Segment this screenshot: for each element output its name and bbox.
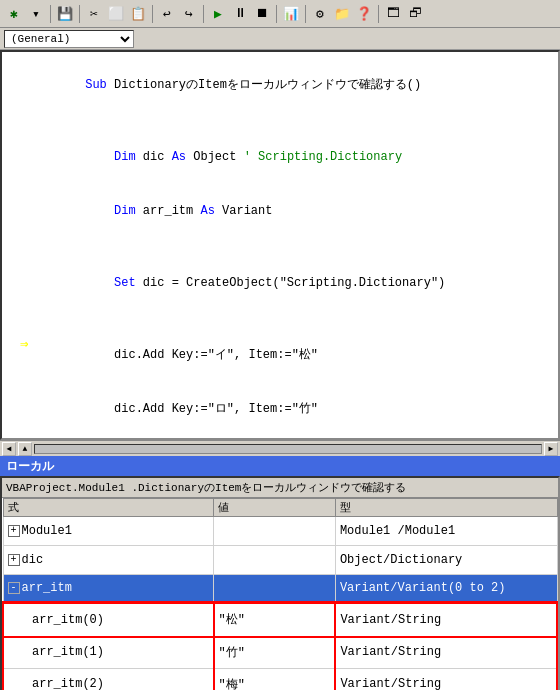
row-expression: +Module1 [3, 517, 214, 546]
scroll-right-btn[interactable]: ▶ [544, 442, 558, 456]
row-expression: -arr_itm [3, 574, 214, 603]
row-value [214, 574, 336, 603]
table-header-row: 式 値 型 [3, 499, 557, 517]
code-line-6: Set dic = CreateObject("Scripting.Dictio… [42, 256, 548, 310]
row-type: Variant/Variant(0 to 2) [335, 574, 557, 603]
undo-icon[interactable]: ↩ [157, 4, 177, 24]
row-expression: arr_itm(2) [3, 668, 214, 690]
code-scrollbar: ◀ ▲ ▶ [0, 440, 560, 456]
table-row[interactable]: +Module1 Module1 /Module1 [3, 517, 557, 546]
locals-section-label: ローカル [0, 456, 560, 476]
row-type: Variant/String [335, 603, 557, 636]
table-row-arr-itm-0[interactable]: arr_itm(0) "松" Variant/String [3, 603, 557, 636]
locals-pane: VBAProject.Module1 .DictionaryのItemをローカル… [0, 476, 560, 690]
separator-4 [203, 5, 204, 23]
pause-icon[interactable]: ⏸ [230, 4, 250, 24]
paste-icon[interactable]: 📋 [128, 4, 148, 24]
redo-icon[interactable]: ↪ [179, 4, 199, 24]
gear-icon[interactable]: ⚙ [310, 4, 330, 24]
folder-icon[interactable]: 📁 [332, 4, 352, 24]
row-value: "竹" [214, 636, 336, 668]
code-editor[interactable]: ⇒ Sub DictionaryのItemをローカルウィンドウで確認する() D… [0, 50, 560, 440]
row-type: Object/Dictionary [335, 545, 557, 574]
row-type: Variant/String [335, 636, 557, 668]
code-line-7 [42, 310, 548, 328]
combo-bar: (General) [0, 28, 560, 50]
expand-icon[interactable]: + [8, 525, 20, 537]
separator-2 [79, 5, 80, 23]
separator-1 [50, 5, 51, 23]
icon-excel[interactable]: ✱ [4, 4, 24, 24]
row-type: Module1 /Module1 [335, 517, 557, 546]
separator-7 [378, 5, 379, 23]
code-line-1: Sub DictionaryのItemをローカルウィンドウで確認する() [42, 58, 548, 112]
stop-icon[interactable]: ⏹ [252, 4, 272, 24]
row-expression: +dic [3, 545, 214, 574]
row-expression: arr_itm(0) [3, 603, 214, 636]
chart-icon[interactable]: 📊 [281, 4, 301, 24]
code-line-5 [42, 238, 548, 256]
window1-icon[interactable]: 🗔 [383, 4, 403, 24]
row-type: Variant/String [335, 668, 557, 690]
col-value: 値 [214, 499, 336, 517]
general-dropdown[interactable]: (General) [4, 30, 134, 48]
code-line-3: Dim dic As Object ' Scripting.Dictionary [42, 130, 548, 184]
code-line-4: Dim arr_itm As Variant [42, 184, 548, 238]
scroll-up-btn[interactable]: ▲ [18, 442, 32, 456]
scroll-track[interactable] [34, 444, 542, 454]
table-row-arr-itm[interactable]: -arr_itm Variant/Variant(0 to 2) [3, 574, 557, 603]
window2-icon[interactable]: 🗗 [405, 4, 425, 24]
execution-arrow: ⇒ [20, 335, 28, 353]
locals-table: 式 値 型 +Module1 Module1 /Module1 +dic Obj… [2, 498, 558, 690]
scroll-left-btn[interactable]: ◀ [2, 442, 16, 456]
toolbar: ✱ ▾ 💾 ✂ ⬜ 📋 ↩ ↪ ▶ ⏸ ⏹ 📊 ⚙ 📁 ❓ 🗔 🗗 [0, 0, 560, 28]
separator-6 [305, 5, 306, 23]
collapse-icon[interactable]: - [8, 582, 20, 594]
table-row-arr-itm-2[interactable]: arr_itm(2) "梅" Variant/String [3, 668, 557, 690]
help-icon[interactable]: ❓ [354, 4, 374, 24]
cut-icon[interactable]: ✂ [84, 4, 104, 24]
code-line-2 [42, 112, 548, 130]
row-value [214, 517, 336, 546]
row-expression: arr_itm(1) [3, 636, 214, 668]
run-icon[interactable]: ▶ [208, 4, 228, 24]
code-line-8: dic.Add Key:="イ", Item:="松" [42, 328, 548, 382]
code-line-10: dic.Add Key:="ハ", Item:="梅" [42, 436, 548, 440]
col-type: 型 [335, 499, 557, 517]
table-row[interactable]: +dic Object/Dictionary [3, 545, 557, 574]
table-row-arr-itm-1[interactable]: arr_itm(1) "竹" Variant/String [3, 636, 557, 668]
row-value: "松" [214, 603, 336, 636]
separator-5 [276, 5, 277, 23]
copy-icon[interactable]: ⬜ [106, 4, 126, 24]
expand-icon[interactable]: + [8, 554, 20, 566]
separator-3 [152, 5, 153, 23]
code-content: ⇒ Sub DictionaryのItemをローカルウィンドウで確認する() D… [2, 52, 558, 440]
row-value [214, 545, 336, 574]
save-icon[interactable]: 💾 [55, 4, 75, 24]
col-expression: 式 [3, 499, 214, 517]
icon-dropdown1[interactable]: ▾ [26, 4, 46, 24]
locals-context: VBAProject.Module1 .DictionaryのItemをローカル… [2, 478, 558, 498]
code-line-9: dic.Add Key:="ロ", Item:="竹" [42, 382, 548, 436]
row-value: "梅" [214, 668, 336, 690]
